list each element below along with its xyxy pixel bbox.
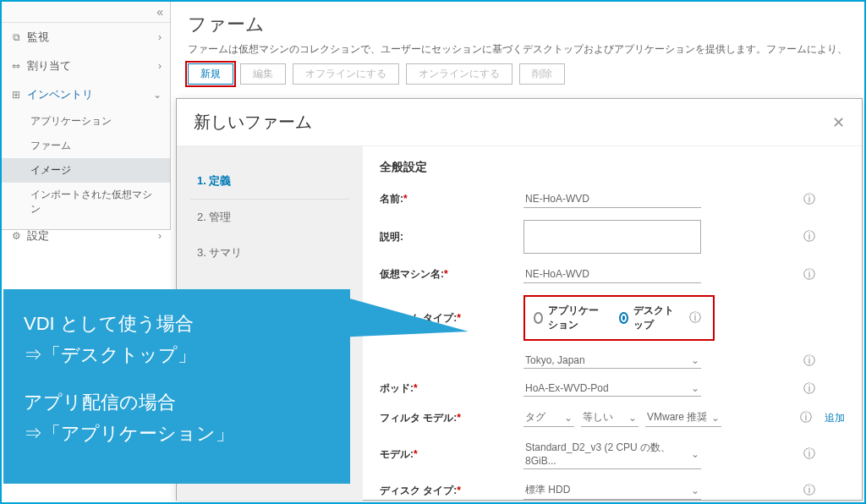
sidebar-item-label: 設定: [27, 228, 49, 244]
sidebar-item-label: 監視: [27, 30, 49, 45]
sidebar-item-label: 割り当て: [27, 58, 71, 74]
label-description: 説明:: [380, 230, 523, 244]
form-section-title: 全般設定: [380, 160, 845, 175]
sidebar-sub-applications[interactable]: アプリケーション: [2, 109, 170, 134]
page-title: ファーム: [188, 12, 847, 37]
share-icon: ⇔: [10, 60, 22, 72]
info-icon[interactable]: ⓘ: [803, 484, 816, 497]
vm-name-input[interactable]: [523, 266, 701, 283]
modal-header: 新しいファーム ✕: [177, 99, 862, 146]
chevron-down-icon: ⌄: [628, 412, 637, 424]
radio-desktop[interactable]: デスクトップ: [619, 304, 676, 332]
filter-tag-select[interactable]: タグ⌄: [523, 408, 574, 427]
model-select[interactable]: Standard_D2_v3 (2 CPU の数、8GiB...⌄: [523, 439, 701, 469]
delete-button: 削除: [519, 63, 565, 85]
label-vm-name: 仮想マシン名:*: [380, 267, 523, 282]
filter-op-select[interactable]: 等しい⌄: [581, 408, 639, 427]
callout-line: アプリ配信の場合: [24, 386, 330, 418]
label-model: モデル:*: [380, 447, 523, 462]
gear-icon: ⚙: [10, 230, 22, 242]
toolbar: 新規 編集 オフラインにする オンラインにする 削除: [188, 63, 847, 85]
callout-line: VDI として使う場合: [24, 308, 330, 339]
info-icon[interactable]: ⓘ: [803, 230, 816, 244]
annotation-callout: VDI として使う場合 ⇒「デスクトップ」 アプリ配信の場合 ⇒「アプリケーショ…: [3, 289, 350, 484]
label-filter: フィルタ モデル:*: [380, 411, 523, 425]
filter-value-select[interactable]: VMware 推奨⌄: [645, 408, 721, 427]
chevron-down-icon: ⌄: [691, 485, 699, 496]
label-disk-type: ディスク タイプ:*: [380, 484, 523, 498]
offline-button: オフラインにする: [293, 63, 399, 85]
radio-icon: [534, 312, 543, 324]
info-icon[interactable]: ⓘ: [803, 382, 816, 396]
chevron-down-icon: ⌄: [564, 412, 573, 424]
info-icon[interactable]: ⓘ: [803, 447, 816, 461]
info-icon[interactable]: ⓘ: [803, 268, 816, 282]
sidebar-sub-imported-vm[interactable]: インポートされた仮想マシン: [2, 183, 170, 222]
close-icon[interactable]: ✕: [832, 113, 845, 132]
sidebar-item-monitor[interactable]: ⧉ 監視 ›: [2, 23, 170, 52]
chevron-down-icon: ⌄: [153, 89, 162, 101]
location-select[interactable]: Tokyo, Japan⌄: [523, 353, 701, 369]
step-definition[interactable]: 1. 定義: [190, 163, 349, 200]
modal-title: 新しいファーム: [194, 111, 312, 134]
info-icon[interactable]: ⓘ: [689, 311, 701, 325]
page-description: ファームは仮想マシンのコレクションで、ユーザーにセッションに基づくデスクトップお…: [188, 42, 847, 57]
chevron-down-icon: ⌄: [691, 382, 699, 394]
pod-select[interactable]: HoA-Ex-WVD-Pod⌄: [523, 381, 701, 397]
label-pod: ポッド:*: [380, 381, 523, 396]
edit-button: 編集: [240, 63, 286, 85]
chevron-right-icon: ›: [158, 230, 162, 242]
add-filter-link[interactable]: 追加: [825, 411, 845, 425]
sidebar-sub-farms[interactable]: ファーム: [2, 134, 170, 158]
online-button: オンラインにする: [406, 63, 512, 85]
chart-icon: ⧉: [10, 31, 22, 43]
label-name: 名前:*: [380, 192, 523, 206]
sidebar-item-assign[interactable]: ⇔ 割り当て ›: [2, 52, 170, 80]
chevron-right-icon: ›: [158, 31, 162, 43]
main-area: ファーム ファームは仮想マシンのコレクションで、ユーザーにセッションに基づくデス…: [171, 2, 864, 95]
chevron-down-icon: ⌄: [691, 448, 699, 460]
grid-icon: ⊞: [10, 89, 22, 101]
sidebar-sub-images[interactable]: イメージ: [2, 158, 170, 183]
farm-type-radio-group: アプリケーション デスクトップ ⓘ: [523, 295, 715, 341]
callout-line: ⇒「デスクトップ」: [24, 339, 330, 370]
chevron-down-icon: ⌄: [691, 354, 699, 366]
description-input[interactable]: [523, 220, 701, 254]
sidebar-collapse[interactable]: «: [2, 2, 170, 23]
step-summary[interactable]: 3. サマリ: [190, 235, 349, 271]
callout-line: ⇒「アプリケーション」: [24, 418, 330, 449]
info-icon[interactable]: ⓘ: [799, 411, 813, 425]
info-icon[interactable]: ⓘ: [803, 354, 816, 368]
chevron-right-icon: ›: [158, 60, 162, 72]
sidebar-item-label: インベントリ: [27, 87, 93, 102]
step-manage[interactable]: 2. 管理: [190, 200, 349, 235]
disk-type-select[interactable]: 標準 HDD⌄: [523, 481, 701, 500]
new-button[interactable]: 新規: [188, 63, 233, 85]
radio-application[interactable]: アプリケーション: [534, 304, 606, 332]
sidebar-item-inventory[interactable]: ⊞ インベントリ ⌄: [2, 80, 170, 109]
chevron-down-icon: ⌄: [711, 412, 720, 424]
name-input[interactable]: [523, 190, 701, 208]
sidebar-item-settings[interactable]: ⚙ 設定 ›: [2, 222, 170, 250]
radio-icon: [619, 312, 628, 324]
info-icon[interactable]: ⓘ: [803, 193, 816, 206]
sidebar: « ⧉ 監視 › ⇔ 割り当て › ⊞ インベントリ ⌄ アプリケーション ファ…: [2, 2, 171, 230]
